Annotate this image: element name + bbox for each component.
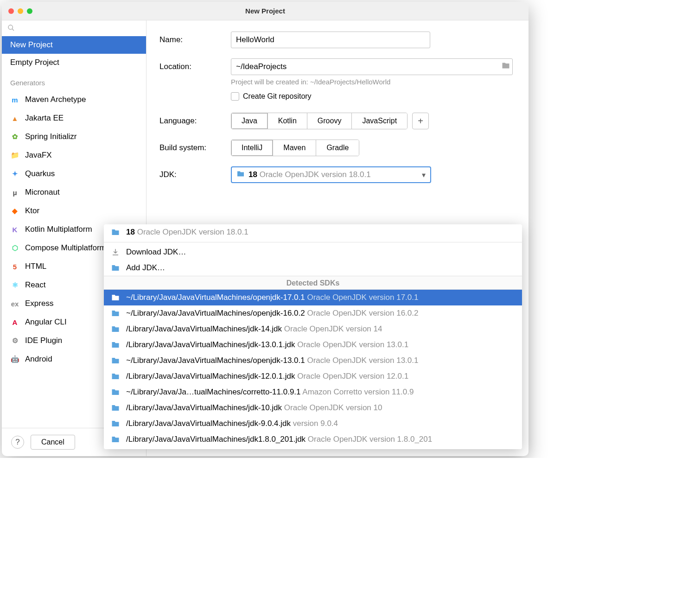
sdk-path: /Library/Java/JavaVirtualMachines/jdk-12… [126, 372, 297, 381]
sdk-path: /Library/Java/JavaVirtualMachines/jdk1.8… [126, 435, 308, 444]
express-icon: ex [10, 299, 19, 308]
detected-sdk-option[interactable]: /Library/Java/JavaVirtualMachines/jdk1.8… [104, 432, 522, 447]
generator-label: Compose Multiplatform [25, 243, 106, 253]
android-icon: 🤖 [10, 355, 19, 364]
generator-jakarta-ee[interactable]: ▲Jakarta EE [2, 109, 146, 127]
cancel-button[interactable]: Cancel [31, 435, 75, 450]
location-label: Location: [159, 62, 231, 71]
chevron-down-icon: ▾ [422, 171, 426, 179]
svg-point-0 [8, 25, 13, 29]
location-input[interactable] [231, 58, 513, 75]
add-jdk-option[interactable]: Add JDK… [104, 260, 522, 276]
language-option-javascript[interactable]: JavaScript [352, 113, 407, 129]
nav-item-empty-project[interactable]: Empty Project [2, 54, 146, 71]
jdk-label: JDK: [159, 170, 231, 179]
build-option-intellij[interactable]: IntelliJ [231, 140, 273, 156]
language-option-java[interactable]: Java [231, 113, 268, 129]
generator-maven-archetype[interactable]: mMaven Archetype [2, 90, 146, 109]
sdk-desc: Oracle OpenJDK version 13.0.1 [307, 356, 418, 365]
build-option-maven[interactable]: Maven [273, 140, 316, 156]
close-window-button[interactable] [8, 8, 14, 14]
search-icon[interactable] [7, 25, 15, 33]
jakarta-ee-icon: ▲ [10, 114, 19, 123]
language-group: JavaKotlinGroovyJavaScript [231, 113, 408, 129]
micronaut-icon: μ [10, 188, 19, 197]
name-input[interactable] [231, 32, 430, 48]
generator-ktor[interactable]: ◆Ktor [2, 202, 146, 220]
jdk-version: 18 [248, 170, 257, 179]
sdk-desc: Oracle OpenJDK version 14 [284, 324, 382, 333]
sdk-desc: Oracle OpenJDK version 12.0.1 [297, 372, 408, 381]
sdk-desc: Oracle OpenJDK version 17.0.1 [307, 293, 418, 302]
generator-label: IDE Plugin [25, 336, 62, 345]
folder-icon [110, 325, 121, 333]
html-icon: 5 [10, 262, 19, 271]
generator-label: Kotlin Multiplatform [25, 225, 92, 234]
sdk-path: ~/Library/Java/Ja…tualMachines/corretto-… [126, 387, 302, 396]
ide-plugin-icon: ⚙ [10, 336, 19, 345]
browse-folder-icon[interactable] [502, 62, 510, 72]
jdk-option-current[interactable]: 18 Oracle OpenJDK version 18.0.1 [104, 224, 522, 240]
add-language-button[interactable]: + [412, 113, 429, 129]
help-button[interactable]: ? [11, 436, 24, 449]
detected-sdk-option[interactable]: /Library/Java/JavaVirtualMachines/jdk-10… [104, 400, 522, 416]
sdk-path: ~/Library/Java/JavaVirtualMachines/openj… [126, 309, 307, 318]
folder-icon [110, 341, 121, 349]
language-option-kotlin[interactable]: Kotlin [268, 113, 307, 129]
folder-icon [110, 404, 121, 412]
nav-item-new-project[interactable]: New Project [2, 36, 146, 54]
new-project-dialog: New Project New ProjectEmpty Project Gen… [2, 2, 529, 456]
sdk-desc: Oracle OpenJDK version 10 [284, 403, 382, 412]
generator-label: React [25, 280, 45, 290]
generator-javafx[interactable]: 📁JavaFX [2, 146, 146, 165]
download-jdk-option[interactable]: Download JDK… [104, 244, 522, 260]
generator-quarkus[interactable]: ✦Quarkus [2, 165, 146, 183]
compose-multiplatform-icon: ⬡ [10, 243, 19, 253]
generator-spring-initializr[interactable]: ✿Spring Initializr [2, 127, 146, 146]
detected-sdk-option[interactable]: /Library/Java/JavaVirtualMachines/jdk-14… [104, 321, 522, 337]
folder-icon [110, 388, 121, 396]
build-group: IntelliJMavenGradle [231, 140, 359, 156]
download-icon [110, 248, 121, 256]
detected-sdk-option[interactable]: ~/Library/Java/JavaVirtualMachines/openj… [104, 353, 522, 368]
generator-label: Micronaut [25, 188, 60, 197]
git-checkbox[interactable] [231, 92, 239, 101]
generator-label: Quarkus [25, 169, 55, 178]
git-checkbox-label: Create Git repository [243, 92, 312, 101]
jdk-desc: Oracle OpenJDK version 18.0.1 [260, 170, 371, 179]
location-hint: Project will be created in: ~/IdeaProjec… [231, 78, 516, 86]
titlebar: New Project [2, 2, 529, 20]
detected-sdk-option[interactable]: /Library/Java/JavaVirtualMachines/jdk-12… [104, 368, 522, 384]
detected-sdk-option[interactable]: /Library/Java/JavaVirtualMachines/jdk-9.… [104, 416, 522, 432]
language-label: Language: [159, 116, 231, 126]
maximize-window-button[interactable] [27, 8, 32, 14]
folder-icon [110, 228, 121, 236]
react-icon: ⚛ [10, 280, 19, 290]
build-label: Build system: [159, 143, 231, 152]
build-option-gradle[interactable]: Gradle [316, 140, 359, 156]
language-option-groovy[interactable]: Groovy [307, 113, 352, 129]
jdk-select[interactable]: 18 Oracle OpenJDK version 18.0.1 ▾ [231, 166, 431, 183]
angular-cli-icon: A [10, 318, 19, 327]
detected-sdk-option[interactable]: /Library/Java/JavaVirtualMachines/jdk-13… [104, 337, 522, 353]
detected-sdk-option[interactable]: ~/Library/Java/Ja…tualMachines/corretto-… [104, 384, 522, 400]
detected-sdk-option[interactable]: ~/Library/Java/JavaVirtualMachines/openj… [104, 290, 522, 305]
spring-initializr-icon: ✿ [10, 132, 19, 141]
generator-label: Jakarta EE [25, 114, 64, 123]
javafx-icon: 📁 [10, 151, 19, 160]
detected-sdks-header: Detected SDKs [104, 276, 522, 290]
generator-micronaut[interactable]: μMicronaut [2, 183, 146, 202]
folder-icon [110, 264, 121, 272]
sdk-desc: Amazon Corretto version 11.0.9 [302, 387, 414, 396]
minimize-window-button[interactable] [18, 8, 23, 14]
folder-icon [110, 372, 121, 381]
sdk-desc: Oracle OpenJDK version 16.0.2 [307, 309, 418, 318]
folder-icon [236, 171, 245, 179]
generator-label: Maven Archetype [25, 95, 86, 104]
generator-label: Spring Initializr [25, 132, 77, 141]
maven-archetype-icon: m [10, 95, 19, 104]
detected-sdk-option[interactable]: ~/Library/Java/JavaVirtualMachines/openj… [104, 305, 522, 321]
generators-header: Generators [2, 71, 146, 90]
sdk-desc: version 9.0.4 [293, 419, 338, 428]
sdk-path: /Library/Java/JavaVirtualMachines/jdk-14… [126, 324, 284, 333]
